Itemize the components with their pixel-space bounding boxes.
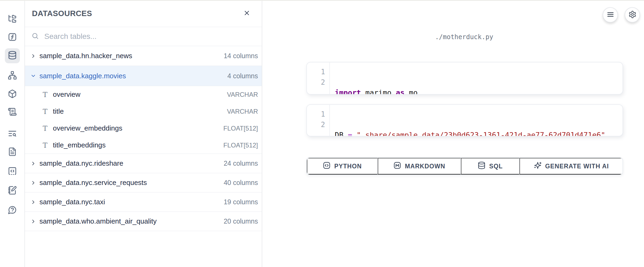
column-type: FLOAT[512] — [223, 125, 258, 132]
column-count: 19 columns — [224, 198, 258, 206]
table-name: sample_data.nyc.service_requests — [39, 179, 147, 187]
table-name: sample_data.nyc.rideshare — [39, 159, 123, 168]
panel-title: DATASOURCES — [32, 9, 92, 18]
window-top-edge — [0, 0, 644, 1]
table-row-selected[interactable]: sample_data.kaggle.movies 4 columns — [25, 66, 262, 86]
line-numbers: 1 2 — [307, 62, 330, 94]
column-row[interactable]: T overview VARCHAR — [25, 86, 262, 103]
square-m-icon — [393, 161, 401, 171]
type-icon: T — [42, 124, 49, 132]
add-markdown-cell-button[interactable]: MARKDOWN — [378, 158, 461, 175]
sidebar-item-datasources[interactable] — [5, 48, 20, 63]
column-type: VARCHAR — [227, 91, 258, 98]
folder-tree-icon — [8, 14, 17, 24]
column-type: VARCHAR — [227, 108, 258, 115]
add-markdown-label: MARKDOWN — [405, 163, 445, 170]
add-sql-cell-button[interactable]: SQL — [461, 158, 519, 175]
column-name: overview_embeddings — [53, 124, 122, 132]
notebook-canvas: ./motherduck.py 1 2 import marimo as mo … — [262, 0, 644, 267]
columns-list: T overview VARCHAR T title VARCHAR T ove… — [25, 86, 262, 154]
square-code-icon — [323, 161, 331, 171]
code-editor[interactable]: import marimo as mo import duckdb — [330, 62, 623, 94]
add-python-label: PYTHON — [334, 163, 362, 170]
sidebar-item-snippets[interactable] — [5, 164, 20, 179]
sidebar-item-help[interactable] — [5, 203, 20, 218]
sidebar-item-outline[interactable] — [5, 127, 20, 142]
table-name: sample_data.kaggle.movies — [39, 72, 126, 80]
sidebar-item-logs[interactable] — [5, 105, 20, 120]
add-python-cell-button[interactable]: PYTHON — [307, 158, 378, 175]
settings-button[interactable] — [625, 7, 640, 23]
sidebar-item-variables[interactable] — [5, 30, 20, 45]
table-name: sample_data.nyc.taxi — [39, 198, 105, 206]
table-row[interactable]: sample_data.nyc.rideshare 24 columns — [25, 154, 262, 173]
add-cell-bar: PYTHON MARKDOWN SQL GENERATE WITH AI — [306, 157, 623, 175]
column-name: overview — [53, 90, 81, 99]
type-icon: T — [42, 107, 49, 116]
generate-with-ai-button[interactable]: GENERATE WITH AI — [519, 158, 623, 175]
chevron-right-icon — [30, 218, 36, 224]
table-row[interactable]: sample_data.nyc.service_requests 40 colu… — [25, 173, 262, 192]
code-cell[interactable]: 1 2 import marimo as mo import duckdb — [306, 62, 623, 95]
add-sql-label: SQL — [489, 163, 503, 170]
scroll-text-icon — [8, 107, 17, 117]
notebook-filename: ./motherduck.py — [306, 33, 622, 41]
column-count: 14 columns — [224, 52, 258, 60]
line-number: 1 — [307, 67, 325, 77]
column-count: 20 columns — [224, 217, 258, 225]
notebook-pen-icon — [8, 186, 17, 196]
line-number: 1 — [307, 109, 325, 120]
table-row[interactable]: sample_data.hn.hacker_news 14 columns — [25, 46, 262, 66]
table-row[interactable]: sample_data.nyc.taxi 19 columns — [25, 192, 262, 212]
code-line: import marimo as mo — [335, 87, 623, 95]
network-icon — [8, 71, 17, 81]
panel-header: DATASOURCES — [25, 0, 262, 27]
table-name: sample_data.hn.hacker_news — [39, 52, 132, 60]
column-type: FLOAT[512] — [223, 142, 258, 149]
sidebar-item-file-explorer[interactable] — [5, 12, 20, 27]
column-count: 4 columns — [227, 72, 258, 80]
sparkles-icon — [534, 161, 542, 171]
code-cell[interactable]: 1 2 DB = "_share/sample_data/23b0d623-13… — [306, 104, 623, 136]
tables-list: sample_data.hn.hacker_news 14 columns sa… — [25, 46, 262, 231]
column-name: title — [53, 107, 64, 116]
sidebar-item-dependencies[interactable] — [5, 68, 20, 83]
close-panel-button[interactable] — [242, 8, 252, 18]
line-numbers: 1 2 — [307, 105, 330, 136]
square-dashed-code-icon — [8, 166, 17, 177]
column-row[interactable]: T overview_embeddings FLOAT[512] — [25, 120, 262, 137]
sidebar-item-scratchpad[interactable] — [5, 183, 20, 198]
search-bar — [25, 27, 262, 46]
type-icon: T — [42, 141, 49, 149]
text-search-icon — [8, 129, 17, 139]
chevron-right-icon — [30, 180, 36, 186]
generate-ai-label: GENERATE WITH AI — [545, 163, 609, 170]
notebook-menu-button[interactable] — [603, 7, 618, 23]
column-row[interactable]: T title_embeddings FLOAT[512] — [25, 137, 262, 154]
search-icon — [31, 32, 39, 41]
code-editor[interactable]: DB = "_share/sample_data/23b0d623-1361-4… — [330, 105, 623, 136]
column-row[interactable]: T title VARCHAR — [25, 103, 262, 120]
function-square-icon — [8, 32, 17, 43]
database-icon — [8, 51, 17, 61]
table-row[interactable]: sample_data.who.ambient_air_quality 20 c… — [25, 212, 262, 231]
help-chat-icon — [8, 205, 17, 216]
sidebar-item-documentation[interactable] — [5, 145, 20, 160]
column-name: title_embeddings — [53, 141, 106, 149]
datasources-panel: DATASOURCES sample_data.hn.hacker_news 1… — [25, 0, 262, 267]
sidebar-item-packages[interactable] — [5, 87, 20, 102]
chevron-right-icon — [30, 199, 36, 205]
icon-rail — [0, 0, 25, 267]
box-icon — [8, 89, 17, 99]
line-number: 2 — [307, 120, 325, 130]
search-input[interactable] — [44, 32, 255, 41]
type-icon: T — [42, 91, 49, 99]
column-count: 40 columns — [224, 179, 258, 187]
code-line: DB = "_share/sample_data/23b0d623-1361-4… — [335, 130, 623, 136]
table-name: sample_data.who.ambient_air_quality — [39, 217, 157, 225]
chevron-right-icon — [30, 53, 36, 59]
database-icon — [478, 161, 486, 171]
file-text-icon — [8, 147, 17, 157]
close-icon — [243, 9, 250, 17]
menu-icon — [606, 10, 614, 19]
